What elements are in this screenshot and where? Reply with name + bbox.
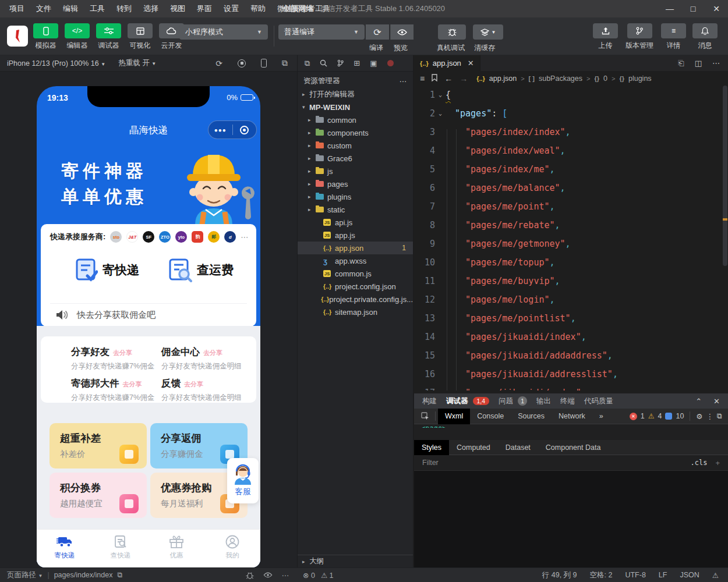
tab-profile[interactable]: 我的 [204, 530, 260, 567]
menu-item[interactable]: 文件 [30, 3, 57, 14]
tree-item[interactable]: ▸Grace6 [298, 152, 413, 165]
promo-card[interactable]: 超重补差 补差价 [50, 423, 147, 469]
feature-item[interactable]: 佣金中心去分享 分享好友寄快递佣金明细 [161, 346, 252, 371]
tree-item[interactable]: ▸plugins [298, 190, 413, 203]
bug-icon[interactable] [246, 572, 254, 579]
menu-item[interactable]: 界面 [191, 3, 218, 14]
maximize-button[interactable]: □ [681, 0, 705, 17]
device-select[interactable]: iPhone 12/13 (Pro) 100% 16 ▼ [7, 59, 105, 68]
split-icon[interactable]: ⊞ [354, 59, 360, 68]
inspect-element-icon[interactable] [414, 412, 435, 420]
tree-item[interactable]: ▸static [298, 203, 413, 216]
error-summary[interactable]: ⊗ 0 [303, 571, 315, 580]
multi-window-icon[interactable]: ⧉ [282, 58, 288, 68]
tab-problems[interactable]: 问题 [499, 396, 513, 406]
cls-toggle[interactable]: .cls [691, 459, 708, 467]
kebab-menu-icon[interactable]: ⋮ [706, 412, 714, 421]
pages-icon[interactable]: ⧉ [305, 59, 310, 68]
eol-setting[interactable]: LF [659, 571, 667, 579]
compile-mode-select[interactable]: 普通编译▼ [278, 24, 365, 40]
editor-tab-appjson[interactable]: {..} app.json ✕ [414, 55, 480, 71]
export-icon[interactable]: ▣ [370, 59, 377, 68]
share-announcement[interactable]: 快去分享获取佣金吧 [56, 309, 156, 321]
tree-item[interactable]: ▸pages [298, 178, 413, 190]
close-button[interactable]: ✕ [705, 0, 728, 17]
feature-item[interactable]: 分享好友去分享 分享好友寄快递赚7%佣金 [71, 346, 161, 371]
warning-icon[interactable]: ⚠ [648, 412, 655, 420]
outline-list-icon[interactable]: ≡ [420, 74, 425, 83]
project-root[interactable]: ▾MP-WEIXIN [298, 101, 413, 113]
compile-button[interactable]: ⟳ [366, 24, 389, 40]
record-icon[interactable] [238, 59, 246, 68]
back-icon[interactable]: ← [444, 74, 453, 83]
breadcrumb[interactable]: ≡ ← → {..}app.json > [ ]subPackages > {}… [414, 71, 728, 86]
tree-item[interactable]: JScommon.js [298, 267, 413, 280]
tree-item[interactable]: ʒapp.wxss [298, 254, 413, 267]
tree-item[interactable]: ▸common [298, 113, 413, 126]
cursor-position[interactable]: 行 49, 列 9 [542, 570, 577, 580]
more-tabs-icon[interactable]: » [592, 409, 610, 424]
visualize-toggle[interactable]: 可视化 [126, 23, 154, 51]
simulator-toggle[interactable]: 模拟器 [32, 23, 59, 51]
encoding[interactable]: UTF-8 [625, 571, 645, 579]
promo-card[interactable]: 积分换券 越用越便宜 [50, 473, 147, 518]
hot-reload-toggle[interactable]: 热重载 开 ▼ [118, 58, 156, 68]
device-debug-button[interactable] [438, 24, 466, 40]
feature-item[interactable]: 反馈去分享 分享好友寄快递佣金明细 [161, 377, 252, 403]
menu-item[interactable]: 编辑 [57, 3, 84, 14]
fold-icon[interactable]: ⌄ [435, 86, 446, 104]
tree-item[interactable]: ▸custom [298, 139, 413, 152]
tree-item[interactable]: {..}app.json1 [298, 242, 413, 254]
eye-icon[interactable] [263, 572, 273, 578]
tab-send-express[interactable]: 寄快递 [37, 530, 93, 567]
collapse-panel-icon[interactable]: ⌃ [695, 397, 702, 406]
menu-item[interactable]: 选择 [137, 3, 164, 14]
styles-tab[interactable]: Styles [414, 440, 449, 455]
tab-coupons[interactable]: 优惠 [149, 530, 204, 567]
alert-icon[interactable]: ⚠ [712, 571, 719, 580]
debugger-toggle[interactable]: 调试器 [95, 23, 122, 51]
indent-setting[interactable]: 空格: 2 [590, 570, 613, 580]
tree-item[interactable]: {..}project.config.json [298, 280, 413, 293]
warning-summary[interactable]: ⚠ 1 [321, 571, 334, 580]
close-panel-icon[interactable]: ✕ [713, 397, 720, 406]
open-preview-icon[interactable]: ⎗ [678, 59, 684, 68]
mode-select[interactable]: 小程序模式▼ [179, 24, 268, 40]
styles-tab[interactable]: Computed [449, 440, 498, 455]
tab-output[interactable]: 输出 [536, 396, 551, 406]
code-area[interactable]: 1⌄{ 2⌄"pages": [ 3"pages/index/index", 4… [414, 86, 728, 391]
outline-section[interactable]: ▸大纲 [298, 555, 413, 567]
more-icon[interactable]: ⋯ [282, 571, 289, 580]
device-frame-icon[interactable] [261, 59, 267, 68]
minimize-button[interactable]: — [658, 0, 681, 17]
customer-service-button[interactable]: 客服 [227, 458, 259, 503]
close-tab-icon[interactable]: ✕ [468, 59, 474, 68]
devtools-tab[interactable]: Wxml [438, 409, 470, 424]
styles-tab[interactable]: Component Data [538, 440, 609, 455]
menu-item[interactable]: 帮助 [245, 3, 271, 14]
search-icon[interactable] [320, 59, 327, 67]
feature-item[interactable]: 寄德邦大件去分享 分享好友寄快递赚7%佣金 [71, 377, 161, 403]
refresh-icon[interactable]: ⟳ [215, 59, 222, 68]
settings-gear-icon[interactable]: ⚙ [696, 412, 702, 421]
menu-item[interactable]: 工具 [84, 3, 111, 14]
git-icon[interactable] [337, 59, 344, 67]
dock-side-icon[interactable]: ⧉ [717, 412, 722, 421]
tree-item[interactable]: JSapp.js [298, 229, 413, 242]
tab-build[interactable]: 构建 [422, 396, 437, 406]
tree-item[interactable]: ▸js [298, 165, 413, 178]
devtools-tab[interactable]: Network [552, 409, 592, 424]
page-path-select[interactable]: 页面路径 ▼ [7, 570, 43, 580]
add-style-icon[interactable]: + [715, 459, 720, 467]
language-mode[interactable]: JSON [680, 571, 699, 579]
error-icon[interactable]: ✕ [630, 413, 637, 420]
menu-item[interactable]: 转到 [111, 3, 137, 14]
filter-input[interactable]: Filter [422, 459, 439, 467]
menu-item[interactable]: 视图 [164, 3, 191, 14]
forward-icon[interactable]: → [460, 74, 468, 83]
open-editors-section[interactable]: ▸打开的编辑器 [298, 88, 413, 101]
devtools-tab[interactable]: Console [470, 409, 511, 424]
tab-code-quality[interactable]: 代码质量 [584, 396, 613, 406]
upload-button[interactable]: 上传 [592, 23, 619, 51]
more-actions-icon[interactable]: ⋯ [712, 59, 720, 68]
